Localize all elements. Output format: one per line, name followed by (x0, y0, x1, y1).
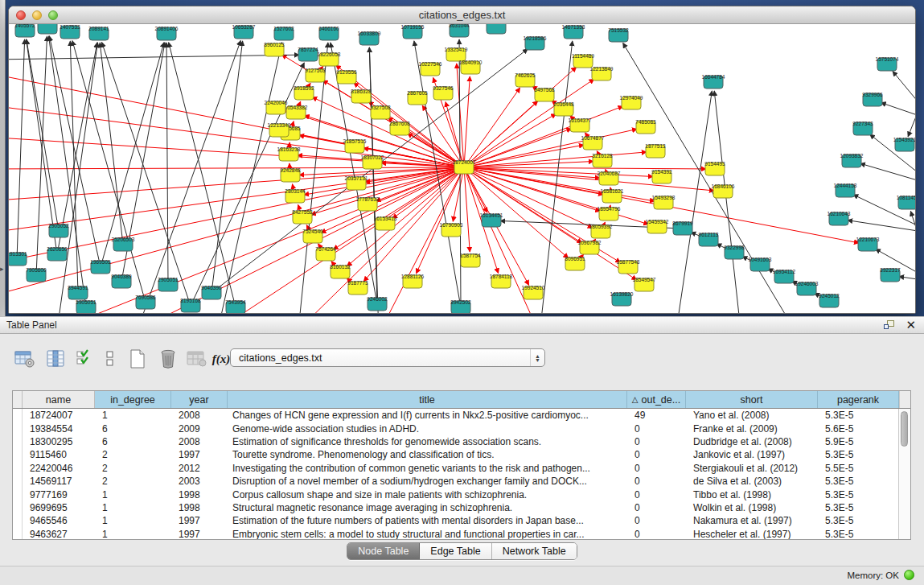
column-header-in-degree[interactable]: in_degree (95, 391, 171, 408)
network-node[interactable]: 2036448 (553, 101, 574, 117)
network-node[interactable]: 2905052 (48, 223, 69, 238)
network-node[interactable]: 7857224 (298, 47, 318, 62)
network-node[interactable]: 9046389 (111, 274, 132, 289)
network-node[interactable]: 22420046 (265, 100, 288, 115)
network-node[interactable]: 12213349 (268, 122, 291, 138)
table-row[interactable]: 946554611997Estimation of the future num… (23, 514, 898, 527)
network-node[interactable]: 19246003 (795, 281, 819, 296)
network-node[interactable]: 12444158 (834, 183, 857, 198)
network-node[interactable]: 15751074 (876, 56, 899, 72)
table-row[interactable]: 1872400712008Changes of HCN gene express… (23, 409, 898, 422)
network-node[interactable]: 16954112 (773, 269, 796, 284)
network-node[interactable]: 14671358 (562, 24, 585, 39)
network-node[interactable]: 9154493 (704, 161, 725, 176)
splitter-arrow-icon[interactable]: ▸ (0, 266, 4, 273)
network-node[interactable]: 16644784 (702, 74, 725, 89)
network-node[interactable]: 7515532 (608, 27, 629, 43)
network-window-titlebar[interactable]: citations_edges.txt (9, 6, 915, 24)
network-node[interactable]: 2867608 (389, 121, 410, 136)
network-node[interactable]: 1969505 (90, 259, 111, 274)
column-header-short[interactable]: short (686, 391, 818, 408)
column-header-title[interactable]: title (228, 391, 627, 408)
network-node[interactable]: 19218586 (524, 35, 547, 51)
table-row[interactable]: 1938455462009Genome-wide association stu… (23, 422, 898, 435)
network-node[interactable]: 2867605 (407, 90, 428, 105)
network-canvas[interactable]: 1405572206406214075332089141208914061065… (9, 24, 915, 313)
memory-ok-indicator[interactable] (904, 570, 914, 580)
row-height-icon[interactable] (98, 347, 122, 371)
network-node[interactable]: 2089141 (88, 26, 109, 41)
network-node[interactable]: 9329966 (862, 92, 883, 107)
tab-edge-table[interactable]: Edge Table (420, 543, 491, 559)
network-node[interactable]: 1407533 (60, 24, 80, 39)
network-node[interactable]: 12974049 (620, 95, 643, 110)
network-node[interactable]: 1405572 (14, 24, 35, 37)
network-node[interactable]: 2905051 (158, 277, 179, 292)
network-node[interactable]: 25206503 (112, 237, 135, 252)
network-window[interactable]: citations_edges.txt 14055722064062140753… (8, 6, 916, 314)
network-node[interactable]: 8960123 (264, 42, 285, 57)
network-node[interactable]: 11154489 (572, 53, 594, 68)
network-node[interactable]: 8096951 (565, 256, 585, 271)
network-node[interactable]: 6466160 (318, 26, 339, 41)
network-node[interactable]: 18784118 (490, 274, 513, 289)
network-node[interactable]: 20357131 (345, 175, 368, 191)
network-node[interactable]: 2064062 (37, 24, 58, 34)
network-node[interactable]: 8160132 (330, 264, 351, 279)
table-settings-icon[interactable] (13, 347, 37, 371)
network-node[interactable]: 9245012 (819, 293, 840, 308)
network-node[interactable]: 8918592 (294, 85, 314, 101)
network-node[interactable]: 9129556 (336, 69, 357, 84)
network-node[interactable]: 16790903 (440, 222, 463, 237)
table-row[interactable]: 911546021997Tourette syndrome. Phenomeno… (23, 448, 898, 461)
network-node[interactable]: 18954796 (598, 206, 621, 221)
network-node[interactable]: 10653287 (232, 24, 256, 39)
network-node[interactable]: 8922317 (880, 267, 901, 282)
table-row[interactable]: 1456911722003Disruption of a novel membe… (23, 475, 898, 488)
network-node[interactable]: 10967982 (578, 240, 602, 255)
network-node[interactable]: 15459342 (646, 219, 669, 234)
network-node[interactable]: 9187773 (347, 280, 368, 295)
table-row[interactable]: 2242004622012Investigating the contribut… (23, 462, 898, 475)
network-node[interactable]: 2620650 (47, 246, 68, 262)
network-node[interactable]: 7690586 (135, 295, 156, 310)
network-node[interactable]: 12093832 (840, 153, 864, 168)
network-node[interactable]: 18724007 (453, 159, 476, 175)
network-node[interactable]: 10674877 (581, 135, 605, 150)
network-node[interactable]: 12881126 (401, 274, 425, 289)
table-row[interactable]: 969969511998Structural magnetic resonanc… (23, 501, 898, 514)
network-node[interactable]: 10719155 (401, 24, 425, 39)
network-node[interactable]: 19924510 (522, 285, 545, 300)
network-node[interactable]: 7524540 (302, 229, 323, 244)
select-rows-icon[interactable] (72, 347, 97, 371)
network-node[interactable]: 9127503 (305, 68, 326, 83)
close-panel-icon[interactable]: ✕ (906, 319, 916, 331)
vertical-scrollbar[interactable] (898, 409, 910, 540)
network-node[interactable]: 5497568 (534, 87, 555, 102)
network-node[interactable]: 18640910 (459, 60, 483, 75)
column-header-name[interactable]: name (23, 391, 95, 408)
network-node[interactable]: 3216128 (592, 153, 613, 168)
network-node[interactable]: 9227343 (852, 121, 873, 136)
network-node[interactable]: 1913301 (9, 251, 27, 266)
network-node[interactable]: 9327546 (433, 85, 454, 101)
network-node[interactable]: 16210643 (827, 211, 851, 226)
network-node[interactable]: 10543382 (285, 105, 308, 120)
tab-network-table[interactable]: Network Table (492, 543, 577, 559)
network-node[interactable]: 18226058 (318, 51, 341, 67)
network-node[interactable]: 8427552 (292, 209, 313, 225)
network-node[interactable]: 9246002 (367, 296, 388, 311)
new-table-icon[interactable] (125, 347, 150, 371)
network-node[interactable]: 10811459 (897, 195, 915, 210)
network-node[interactable]: 11543921 (893, 137, 915, 152)
network-node[interactable]: 17787633 (356, 196, 380, 212)
tab-node-table[interactable]: Node Table (347, 543, 420, 559)
network-node[interactable]: 12210673 (856, 237, 880, 252)
column-header-out-degree[interactable]: △out_de... (627, 391, 686, 408)
network-node[interactable]: 20891406 (155, 26, 179, 41)
column-header-year[interactable]: year (171, 391, 228, 408)
network-node[interactable]: 1527602 (273, 26, 294, 41)
network-node[interactable]: 16139820 (610, 291, 634, 307)
network-node[interactable]: 1587754 (460, 253, 481, 268)
network-node[interactable]: 18163238 (277, 146, 301, 162)
